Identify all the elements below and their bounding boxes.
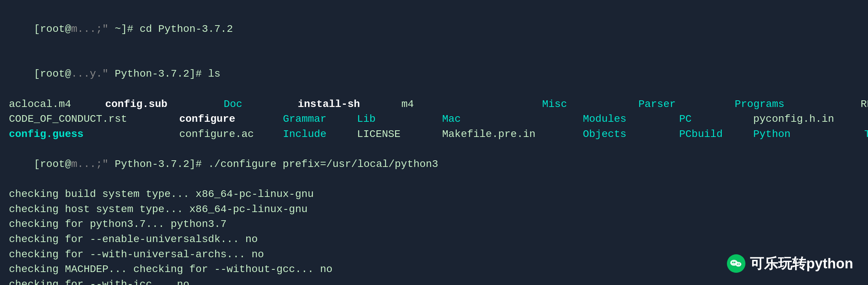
ls-item-m4: m4	[401, 97, 542, 112]
ls-item-aclocal: aclocal.m4	[9, 97, 105, 112]
terminal-line-1: [root@m...;" ~]# cd Python-3.7.2	[9, 7, 859, 52]
output-line-10: checking for --enable-universalsdk... no	[9, 232, 859, 247]
svg-point-4	[737, 264, 738, 265]
ls-item-programs: Programs	[735, 97, 861, 112]
ls-row-1: aclocal.m4 config.sub Doc install-sh m4 …	[9, 97, 859, 112]
ls-item-pcbuild: PCbuild	[679, 127, 753, 142]
ls-item-lib: Lib	[357, 112, 442, 127]
ls-item-objects: Objects	[583, 127, 679, 142]
ls-item-configure-ac: configure.ac	[179, 127, 283, 142]
output-line-8: checking host system type... x86_64-pc-l…	[9, 202, 859, 217]
ls-item-code-conduct: CODE_OF_CONDUCT.rst	[9, 112, 179, 127]
ls-item-mac: Mac	[442, 112, 583, 127]
ls-row-3: config.guess configure.ac Include LICENS…	[9, 127, 859, 142]
ls-item-readme: README.rst	[861, 97, 868, 112]
terminal-line-6: [root@m...;" Python-3.7.2]# ./configure …	[9, 142, 859, 187]
ls-item-misc: Misc	[542, 97, 638, 112]
watermark: 可乐玩转python	[727, 254, 853, 274]
prompt-6: [root@m...;" Python-3.7.2]#	[34, 158, 208, 170]
ls-item-parser: Parser	[638, 97, 735, 112]
svg-point-1	[732, 262, 734, 263]
ls-item-python: Python	[753, 127, 864, 142]
terminal-line-2: [root@...y." Python-3.7.2]# ls	[9, 52, 859, 97]
ls-row-2: CODE_OF_CONDUCT.rst configure Grammar Li…	[9, 112, 859, 127]
ls-item-doc: Doc	[224, 97, 298, 112]
ls-item-pyconfig: pyconfig.h.in	[753, 112, 868, 127]
ls-item-makefile: Makefile.pre.in	[442, 127, 583, 142]
wechat-icon	[727, 254, 745, 273]
ls-item-grammar: Grammar	[283, 112, 357, 127]
output-line-7: checking build system type... x86_64-pc-…	[9, 187, 859, 202]
ls-item-pc: PC	[679, 112, 753, 127]
ls-item-license: LICENSE	[357, 127, 442, 142]
prompt-2: [root@...y." Python-3.7.2]#	[34, 68, 208, 80]
output-line-13: checking for --with-icc... no	[9, 277, 859, 285]
ls-item-modules: Modules	[583, 112, 679, 127]
terminal: [root@m...;" ~]# cd Python-3.7.2 [root@.…	[0, 0, 868, 285]
watermark-text: 可乐玩转python	[750, 254, 853, 274]
prompt-1: [root@m...;" ~]#	[34, 23, 140, 35]
svg-point-3	[735, 262, 741, 267]
output-line-9: checking for python3.7... python3.7	[9, 217, 859, 232]
svg-point-5	[739, 264, 740, 265]
ls-item-config-guess: config.guess	[9, 127, 179, 142]
svg-point-2	[734, 262, 735, 263]
ls-item-configure: configure	[179, 112, 283, 127]
ls-item-include: Include	[283, 127, 357, 142]
ls-item-config-sub: config.sub	[105, 97, 224, 112]
ls-item-tools: Tools	[864, 127, 868, 142]
ls-item-install-sh: install-sh	[298, 97, 401, 112]
